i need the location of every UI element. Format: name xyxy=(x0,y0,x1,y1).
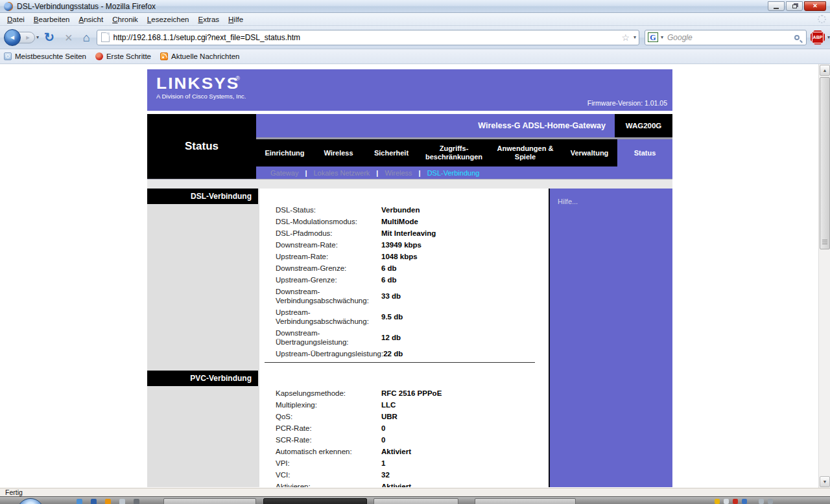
division-text: A Division of Cisco Systems, Inc. xyxy=(156,93,246,100)
tray-icon[interactable] xyxy=(733,499,738,504)
tab-sicherheit[interactable]: Sicherheit xyxy=(364,139,419,166)
scrollbar-thumb[interactable] xyxy=(820,77,830,249)
row-value: 32 xyxy=(381,471,390,479)
menu-bearbeiten[interactable]: Bearbeiten xyxy=(29,14,75,25)
bookmark-label: Aktuelle Nachrichten xyxy=(171,52,239,60)
menu-hilfe[interactable]: Hilfe xyxy=(224,14,248,25)
subnav-dsl-verbindung[interactable]: DSL-Verbindung xyxy=(427,169,480,177)
back-button[interactable]: ◄ xyxy=(4,29,21,46)
menu-lesezeichen[interactable]: Lesezeichen xyxy=(143,14,194,25)
home-button[interactable]: ⌂ xyxy=(83,32,90,43)
restore-button[interactable] xyxy=(786,1,803,11)
row-label: Aktivieren: xyxy=(276,482,381,487)
start-button[interactable] xyxy=(17,498,44,504)
menu-datei[interactable]: Datei xyxy=(3,14,29,25)
scroll-down-icon[interactable]: ▼ xyxy=(820,476,830,487)
tray-icon[interactable] xyxy=(759,499,764,504)
search-icon[interactable] xyxy=(794,35,800,40)
url-bar[interactable]: ☆ ▾ xyxy=(97,30,639,45)
reload-button[interactable]: ↻ xyxy=(44,31,54,43)
bookmark-meistbesuchte-seiten[interactable]: Meistbesuchte Seiten xyxy=(4,52,86,60)
tab-status[interactable]: Status xyxy=(617,139,672,166)
tab-label: Einrichtung xyxy=(265,149,304,157)
quicklaunch-icon[interactable] xyxy=(91,499,97,504)
help-sidebar: Hilfe... xyxy=(549,189,672,487)
menu-ansicht[interactable]: Ansicht xyxy=(75,14,108,25)
adblock-plus-icon[interactable]: ABP xyxy=(811,30,825,45)
bookmark-aktuelle-nachrichten[interactable]: Aktuelle Nachrichten xyxy=(160,52,239,60)
tray-icon[interactable] xyxy=(715,499,720,504)
row-value: 22 db xyxy=(383,350,403,358)
tab-label: Zugriffs- beschränkungen xyxy=(425,144,482,161)
menu-chronik[interactable]: Chronik xyxy=(108,14,143,25)
row-label: Downstream- Verbindungsabschwächung: xyxy=(276,287,381,305)
row-label: Kapselungsmethode: xyxy=(276,389,381,398)
product-bar: Wireless-G ADSL-Home-Gateway xyxy=(256,114,615,137)
menu-extras[interactable]: Extras xyxy=(193,14,224,25)
row-value: LLC xyxy=(381,401,396,409)
taskbar-window-button[interactable] xyxy=(374,498,458,504)
status-row: QoS:UBR xyxy=(276,412,549,421)
taskbar-window-button[interactable] xyxy=(475,498,576,504)
stop-button[interactable]: × xyxy=(65,31,73,44)
tab-anwendungen-spiele[interactable]: Anwendungen & Spiele xyxy=(489,139,562,166)
activity-throbber-icon xyxy=(818,15,826,23)
search-engine-icon[interactable]: G xyxy=(648,32,658,42)
status-row: Multiplexing:LLC xyxy=(276,400,549,409)
url-dropdown-icon[interactable]: ▾ xyxy=(634,34,636,40)
tab-wireless[interactable]: Wireless xyxy=(313,139,364,166)
page-favicon-icon xyxy=(101,32,110,42)
row-label: DSL-Modulationsmodus: xyxy=(276,217,381,226)
taskbar-window-button-active[interactable] xyxy=(263,498,367,504)
taskbar-window-button[interactable] xyxy=(163,498,256,504)
tab-label: Verwaltung xyxy=(571,149,609,157)
row-label: QoS: xyxy=(276,412,381,421)
tab-verwaltung[interactable]: Verwaltung xyxy=(562,139,617,166)
status-row: Downstream-Rate:13949 kbps xyxy=(276,240,549,249)
adblock-dropdown-icon[interactable]: ▾ xyxy=(827,34,830,40)
status-row: Upstream-Grenze:6 db xyxy=(276,275,549,284)
bookmark-erste-schritte[interactable]: Erste Schritte xyxy=(95,52,151,60)
status-row: Automatisch erkennen:Aktiviert xyxy=(276,447,549,456)
model-number: WAG200G xyxy=(626,122,662,130)
rss-icon xyxy=(160,52,168,60)
search-bar[interactable]: G ▾ xyxy=(645,30,807,45)
windows-taskbar[interactable] xyxy=(0,496,830,504)
status-row: SCR-Rate:0 xyxy=(276,435,549,444)
firstrun-icon xyxy=(95,52,103,60)
row-value: Mit Interleaving xyxy=(381,229,436,237)
vertical-scrollbar[interactable]: ▲ ▼ xyxy=(818,64,830,488)
firefox-icon xyxy=(4,2,13,11)
row-label: PCR-Rate: xyxy=(276,424,381,433)
search-input[interactable] xyxy=(663,33,794,42)
status-row: DSL-Status:Verbunden xyxy=(276,205,549,214)
section-title-box: Status xyxy=(147,114,256,179)
status-row: Downstream- Übertragungsleistung:12 db xyxy=(276,328,549,347)
row-label: DSL-Status: xyxy=(276,205,381,214)
tray-icon[interactable] xyxy=(742,499,747,504)
tray-icon[interactable] xyxy=(724,499,729,504)
help-link[interactable]: Hilfe... xyxy=(550,189,672,205)
quicklaunch-icon[interactable] xyxy=(105,499,111,504)
subnav-gateway[interactable]: Gateway xyxy=(270,169,298,177)
subnav-lokales-netzwerk[interactable]: Lokales Netzwerk xyxy=(314,169,370,177)
tab-einrichtung[interactable]: Einrichtung xyxy=(256,139,313,166)
tray-icon[interactable] xyxy=(768,499,773,504)
subnav-wireless[interactable]: Wireless xyxy=(385,169,412,177)
window-titlebar[interactable]: DSL-Verbindungsstatus - Mozilla Firefox … xyxy=(0,0,830,13)
quicklaunch-icon[interactable] xyxy=(119,499,125,504)
row-label: Multiplexing: xyxy=(276,400,381,409)
history-dropdown-icon[interactable]: ▾ xyxy=(36,34,39,40)
bookmark-star-icon[interactable]: ☆ xyxy=(621,32,630,43)
quicklaunch-icon[interactable] xyxy=(77,499,82,504)
minimize-button[interactable] xyxy=(768,1,785,11)
quicklaunch-icon[interactable] xyxy=(134,499,139,504)
row-value: Aktiviert xyxy=(381,448,411,455)
status-row: Upstream-Rate:1048 kbps xyxy=(276,252,549,261)
row-value: UBR xyxy=(381,413,397,420)
row-label: SCR-Rate: xyxy=(276,435,381,444)
tab-zugriffs-beschr-nkungen[interactable]: Zugriffs- beschränkungen xyxy=(419,139,489,166)
close-button[interactable]: ✕ xyxy=(804,1,826,11)
url-input[interactable] xyxy=(113,33,619,42)
scroll-up-icon[interactable]: ▲ xyxy=(820,65,830,76)
